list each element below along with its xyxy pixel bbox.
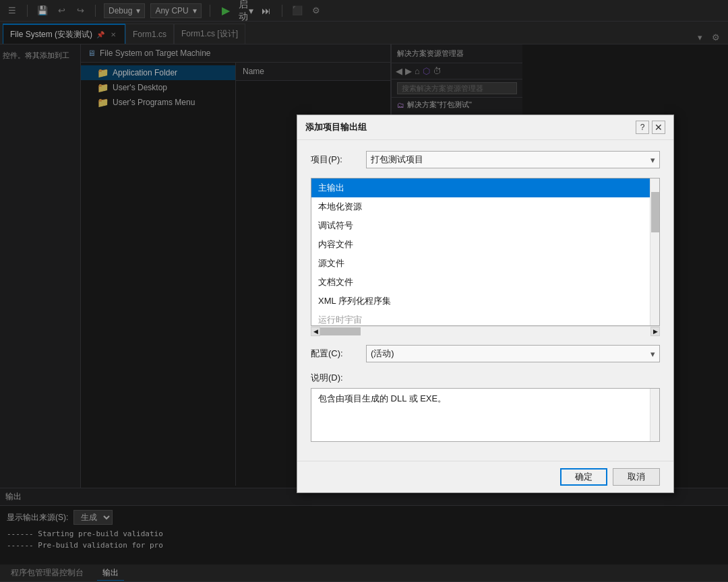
modal-help-button[interactable]: ? [636, 121, 649, 134]
modal-desc-section: 说明(D): 包含由项目生成的 DLL 或 EXE。 [311, 372, 660, 442]
list-item-2[interactable]: 调试符号 [311, 216, 659, 235]
chevron-down-icon: ▾ [650, 349, 655, 359]
modal-title: 添加项目输出组 [305, 121, 367, 133]
modal-desc-box: 包含由项目生成的 DLL 或 EXE。 [311, 388, 660, 442]
modal-project-row: 项目(P): 打包测试项目 ▾ [311, 151, 660, 168]
modal-close-button[interactable]: ✕ [652, 121, 665, 134]
hscroll-left-btn[interactable]: ◀ [311, 327, 320, 336]
modal-listbox-container: 主输出 本地化资源 调试符号 内容文件 源文件 文档文件 XML 序列化程序集 … [311, 178, 660, 326]
chevron-down-icon: ▾ [650, 155, 655, 165]
list-item-0[interactable]: 主输出 [311, 179, 659, 197]
modal-project-select[interactable]: 打包测试项目 ▾ [366, 151, 660, 168]
modal-project-label: 项目(P): [311, 154, 358, 166]
modal-desc-label: 说明(D): [311, 372, 660, 384]
list-item-6[interactable]: XML 序列化程序集 [311, 292, 659, 311]
modal-ok-button[interactable]: 确定 [560, 468, 607, 486]
modal-title-controls: ? ✕ [636, 121, 665, 134]
modal-config-label: 配置(C): [311, 348, 358, 360]
modal-project-value: 打包测试项目 [371, 154, 423, 166]
modal-config-value: (活动) [371, 348, 394, 360]
modal-listbox[interactable]: 主输出 本地化资源 调试符号 内容文件 源文件 文档文件 XML 序列化程序集 … [311, 178, 660, 326]
modal-overlay: 添加项目输出组 ? ✕ 项目(P): 打包测试项目 ▾ 主输出 本地化资源 [0, 0, 728, 582]
list-item-5[interactable]: 文档文件 [311, 273, 659, 292]
modal-title-bar: 添加项目输出组 ? ✕ [297, 115, 673, 140]
desc-scrollbar[interactable] [650, 389, 659, 441]
modal-cancel-button[interactable]: 取消 [613, 468, 660, 486]
list-item-1[interactable]: 本地化资源 [311, 197, 659, 216]
list-item-4[interactable]: 源文件 [311, 254, 659, 273]
modal-footer: 确定 取消 [297, 461, 673, 492]
scrollbar-thumb[interactable] [651, 192, 659, 232]
modal-config-select[interactable]: (活动) ▾ [366, 345, 660, 362]
modal-add-output-group: 添加项目输出组 ? ✕ 项目(P): 打包测试项目 ▾ 主输出 本地化资源 [297, 115, 674, 493]
listbox-hscrollbar[interactable]: ◀ ▶ [311, 326, 660, 335]
hscroll-track [320, 327, 650, 336]
hscroll-right-btn[interactable]: ▶ [650, 327, 660, 336]
hscroll-thumb[interactable] [320, 327, 361, 335]
modal-desc-text: 包含由项目生成的 DLL 或 EXE。 [318, 393, 446, 403]
listbox-scrollbar[interactable] [650, 179, 659, 325]
list-item-7[interactable]: 运行时宇宙 [311, 311, 659, 326]
modal-body: 项目(P): 打包测试项目 ▾ 主输出 本地化资源 调试符号 内容文件 源文件 … [297, 140, 673, 461]
modal-config-row: 配置(C): (活动) ▾ [311, 345, 660, 362]
list-item-3[interactable]: 内容文件 [311, 235, 659, 254]
